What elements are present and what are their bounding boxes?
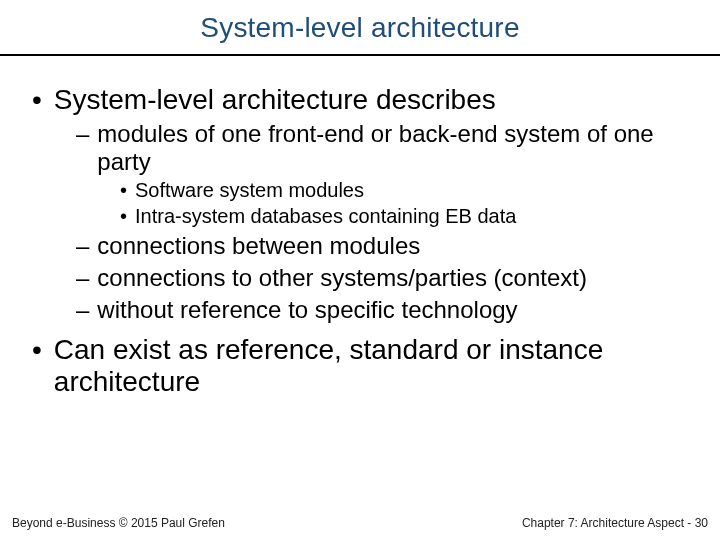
dash-icon: – xyxy=(76,232,89,260)
title-area: System-level architecture xyxy=(0,0,720,50)
footer-right: Chapter 7: Architecture Aspect - 30 xyxy=(522,516,708,530)
bullet-dot-icon: • xyxy=(120,178,127,202)
content-area: • System-level architecture describes – … xyxy=(0,56,720,398)
bullet-level3: • Intra-system databases containing EB d… xyxy=(120,204,700,228)
bullet-text: Intra-system databases containing EB dat… xyxy=(135,204,516,228)
dash-icon: – xyxy=(76,296,89,324)
bullet-dot-icon: • xyxy=(120,204,127,228)
bullet-text: without reference to specific technology xyxy=(97,296,517,324)
bullet-text: connections between modules xyxy=(97,232,420,260)
bullet-dot-icon: • xyxy=(32,84,42,116)
bullet-text: modules of one front-end or back-end sys… xyxy=(97,120,692,176)
bullet-text: Software system modules xyxy=(135,178,364,202)
slide-title: System-level architecture xyxy=(0,12,720,44)
bullet-dot-icon: • xyxy=(32,334,42,366)
bullet-level1: • Can exist as reference, standard or in… xyxy=(32,334,700,398)
bullet-level2: – modules of one front-end or back-end s… xyxy=(76,120,700,176)
bullet-level2: – connections to other systems/parties (… xyxy=(76,264,700,292)
bullet-level1: • System-level architecture describes xyxy=(32,84,700,116)
bullet-level3: • Software system modules xyxy=(120,178,700,202)
footer: Beyond e-Business © 2015 Paul Grefen Cha… xyxy=(0,516,720,530)
dash-icon: – xyxy=(76,120,89,148)
bullet-level2: – without reference to specific technolo… xyxy=(76,296,700,324)
footer-left: Beyond e-Business © 2015 Paul Grefen xyxy=(12,516,225,530)
bullet-text: System-level architecture describes xyxy=(54,84,496,116)
bullet-level2: – connections between modules xyxy=(76,232,700,260)
dash-icon: – xyxy=(76,264,89,292)
bullet-text: Can exist as reference, standard or inst… xyxy=(54,334,692,398)
slide: System-level architecture • System-level… xyxy=(0,0,720,540)
bullet-text: connections to other systems/parties (co… xyxy=(97,264,587,292)
